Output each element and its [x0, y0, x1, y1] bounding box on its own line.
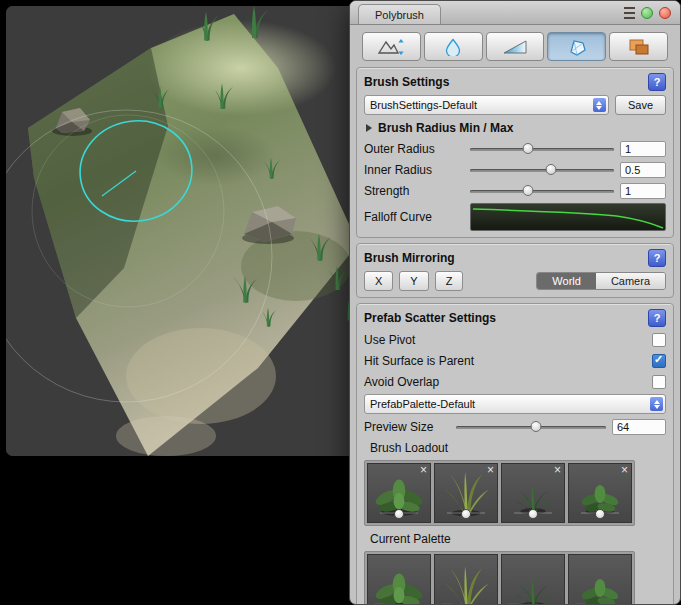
mirror-x-button[interactable]: X — [364, 271, 393, 291]
current-palette-label: Current Palette — [370, 532, 451, 546]
falloff-curve-field[interactable] — [470, 203, 666, 231]
foldout-label: Brush Radius Min / Max — [378, 121, 513, 135]
brush-settings-title: Brush Settings — [364, 75, 642, 89]
outer-radius-field[interactable]: 1 — [620, 141, 666, 157]
palette-item-checkbox[interactable] — [574, 603, 587, 604]
prefab-weight-slider[interactable] — [394, 509, 404, 519]
current-palette-strip — [364, 551, 635, 604]
palette-item-checkbox[interactable] — [373, 603, 386, 604]
tool-texture-button[interactable] — [609, 32, 668, 61]
strength-slider[interactable] — [470, 184, 614, 198]
preview-size-slider[interactable] — [456, 420, 606, 434]
brush-loadout-label: Brush Loadout — [370, 441, 448, 455]
hit-surface-label: Hit Surface is Parent — [364, 354, 474, 368]
tool-smooth-button[interactable] — [424, 32, 483, 61]
tool-paint-button[interactable] — [486, 32, 545, 61]
mirror-space-camera[interactable]: Camera — [596, 273, 665, 289]
inner-radius-slider[interactable] — [470, 163, 614, 177]
falloff-curve-label: Falloff Curve — [364, 210, 464, 224]
palette-tile[interactable] — [434, 554, 498, 604]
slider-thumb[interactable] — [530, 421, 541, 432]
mirror-y-button[interactable]: Y — [399, 271, 428, 291]
mirror-z-button[interactable]: Z — [435, 271, 464, 291]
window-title: Polybrush — [375, 9, 424, 21]
save-button[interactable]: Save — [615, 95, 666, 115]
strength-field[interactable]: 1 — [620, 183, 666, 199]
prefab-weight-slider[interactable] — [461, 509, 471, 519]
leafy-plant-thumbnail — [571, 565, 629, 604]
help-icon[interactable]: ? — [648, 73, 666, 91]
prefab-weight-slider[interactable] — [595, 509, 605, 519]
gradient-ramp-icon — [502, 38, 528, 56]
loadout-tile[interactable]: × — [568, 463, 632, 523]
prism-icon — [564, 38, 590, 56]
brush-mirroring-section: Brush Mirroring ? X Y Z World Camera — [356, 243, 674, 298]
help-icon[interactable]: ? — [648, 309, 666, 327]
loadout-tile[interactable]: × — [434, 463, 498, 523]
mirror-space-toggle: World Camera — [536, 272, 666, 290]
foldout-triangle-icon — [366, 124, 372, 132]
hit-surface-checkbox[interactable] — [652, 354, 666, 368]
mountain-arrows-icon — [378, 38, 404, 56]
palette-tile[interactable] — [568, 554, 632, 604]
brush-settings-section: Brush Settings ? BrushSettings-Default S… — [356, 67, 674, 238]
remove-prefab-icon[interactable]: × — [621, 464, 628, 476]
tall-grass-thumbnail — [437, 565, 495, 604]
help-icon[interactable]: ? — [648, 249, 666, 267]
remove-prefab-icon[interactable]: × — [554, 464, 561, 476]
palette-item-checkbox[interactable] — [440, 603, 453, 604]
use-pivot-checkbox[interactable] — [652, 333, 666, 347]
texture-layers-icon — [626, 38, 652, 56]
slider-track[interactable] — [470, 169, 614, 172]
brush-preset-dropdown[interactable]: BrushSettings-Default — [364, 95, 609, 115]
use-pivot-label: Use Pivot — [364, 333, 415, 347]
preview-size-label: Preview Size — [364, 420, 450, 434]
spiky-plant-thumbnail — [504, 565, 562, 604]
water-drop-icon — [440, 38, 466, 56]
prefab-scatter-section: Prefab Scatter Settings ? Use Pivot Hit … — [356, 303, 674, 604]
panel-body: Brush Settings ? BrushSettings-Default S… — [350, 25, 680, 604]
remove-prefab-icon[interactable]: × — [487, 464, 494, 476]
brush-loadout-strip: × × × × — [364, 460, 635, 526]
slider-thumb[interactable] — [522, 185, 533, 196]
maximize-icon[interactable] — [641, 7, 653, 19]
mirror-space-world[interactable]: World — [537, 273, 596, 289]
slider-thumb[interactable] — [522, 143, 533, 154]
remove-prefab-icon[interactable]: × — [420, 464, 427, 476]
palette-tile[interactable] — [501, 554, 565, 604]
prefab-weight-slider[interactable] — [528, 509, 538, 519]
broadleaf-plant-thumbnail — [370, 565, 428, 604]
avoid-overlap-checkbox[interactable] — [652, 375, 666, 389]
outer-radius-slider[interactable] — [470, 142, 614, 156]
strength-label: Strength — [364, 184, 464, 198]
window-titlebar: Polybrush — [350, 1, 680, 25]
tool-sculpt-button[interactable] — [362, 32, 421, 61]
slider-track[interactable] — [470, 190, 614, 193]
prefab-palette-dropdown[interactable]: PrefabPalette-Default — [364, 394, 666, 414]
window-tab[interactable]: Polybrush — [358, 4, 441, 24]
palette-item-checkbox[interactable] — [507, 603, 520, 604]
tool-scatter-button[interactable] — [547, 32, 606, 61]
slider-thumb[interactable] — [545, 164, 556, 175]
falloff-curve — [471, 204, 665, 230]
polybrush-window: Polybrush — [349, 0, 681, 605]
preview-size-field[interactable]: 64 — [612, 419, 666, 435]
loadout-tile[interactable]: × — [367, 463, 431, 523]
prefab-scatter-title: Prefab Scatter Settings — [364, 311, 642, 325]
prefab-palette-value: PrefabPalette-Default — [370, 398, 475, 410]
window-menu-icon[interactable] — [624, 7, 635, 19]
dropdown-arrows-icon — [593, 98, 606, 112]
brush-mirroring-title: Brush Mirroring — [364, 251, 642, 265]
brush-radius-foldout[interactable]: Brush Radius Min / Max — [364, 119, 666, 136]
avoid-overlap-label: Avoid Overlap — [364, 375, 439, 389]
inner-radius-label: Inner Radius — [364, 163, 464, 177]
slider-track[interactable] — [470, 148, 614, 151]
mode-toolbar — [354, 29, 676, 62]
outer-radius-label: Outer Radius — [364, 142, 464, 156]
inner-radius-field[interactable]: 0.5 — [620, 162, 666, 178]
dropdown-arrows-icon — [650, 397, 663, 411]
palette-tile[interactable] — [367, 554, 431, 604]
close-icon[interactable] — [659, 7, 671, 19]
loadout-tile[interactable]: × — [501, 463, 565, 523]
brush-preset-value: BrushSettings-Default — [370, 99, 477, 111]
